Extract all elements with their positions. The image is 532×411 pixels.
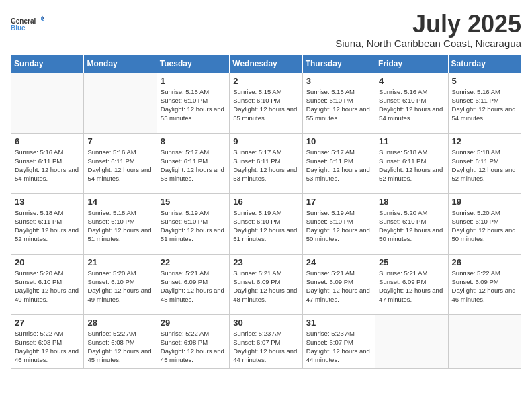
col-header-saturday: Saturday — [448, 54, 521, 73]
day-info: Sunrise: 5:20 AM Sunset: 6:10 PM Dayligh… — [452, 208, 517, 244]
logo-svg: General Blue — [11, 11, 44, 38]
day-info: Sunrise: 5:16 AM Sunset: 6:11 PM Dayligh… — [87, 148, 152, 183]
col-header-tuesday: Tuesday — [157, 54, 229, 73]
col-header-monday: Monday — [84, 54, 157, 73]
day-cell: 5Sunrise: 5:16 AM Sunset: 6:11 PM Daylig… — [448, 73, 521, 133]
day-info: Sunrise: 5:17 AM Sunset: 6:11 PM Dayligh… — [233, 148, 298, 183]
day-number: 1 — [161, 76, 226, 86]
day-info: Sunrise: 5:19 AM Sunset: 6:10 PM Dayligh… — [233, 208, 298, 244]
day-cell: 29Sunrise: 5:22 AM Sunset: 6:08 PM Dayli… — [157, 314, 229, 368]
week-row-4: 20Sunrise: 5:20 AM Sunset: 6:10 PM Dayli… — [11, 254, 521, 314]
day-number: 14 — [87, 197, 152, 207]
day-cell: 17Sunrise: 5:19 AM Sunset: 6:10 PM Dayli… — [302, 193, 375, 254]
day-number: 17 — [306, 197, 371, 207]
day-number: 3 — [306, 76, 371, 86]
day-cell: 2Sunrise: 5:15 AM Sunset: 6:10 PM Daylig… — [230, 73, 302, 133]
day-number: 16 — [233, 197, 298, 207]
calendar-table: SundayMondayTuesdayWednesdayThursdayFrid… — [11, 54, 521, 369]
day-number: 24 — [306, 257, 371, 267]
day-info: Sunrise: 5:21 AM Sunset: 6:09 PM Dayligh… — [161, 269, 226, 304]
day-cell: 25Sunrise: 5:21 AM Sunset: 6:09 PM Dayli… — [375, 254, 448, 314]
day-cell: 1Sunrise: 5:15 AM Sunset: 6:10 PM Daylig… — [157, 73, 229, 133]
day-cell: 16Sunrise: 5:19 AM Sunset: 6:10 PM Dayli… — [230, 193, 302, 254]
header-row: SundayMondayTuesdayWednesdayThursdayFrid… — [11, 54, 521, 73]
day-number: 21 — [87, 257, 152, 267]
day-info: Sunrise: 5:21 AM Sunset: 6:09 PM Dayligh… — [379, 269, 444, 304]
day-cell: 9Sunrise: 5:17 AM Sunset: 6:11 PM Daylig… — [230, 133, 302, 193]
day-info: Sunrise: 5:17 AM Sunset: 6:11 PM Dayligh… — [161, 148, 226, 183]
title-block: July 2025 Siuna, North Caribbean Coast, … — [335, 11, 521, 49]
week-row-1: 1Sunrise: 5:15 AM Sunset: 6:10 PM Daylig… — [11, 73, 521, 133]
day-info: Sunrise: 5:15 AM Sunset: 6:10 PM Dayligh… — [306, 87, 371, 123]
day-number: 23 — [233, 257, 298, 267]
day-cell: 8Sunrise: 5:17 AM Sunset: 6:11 PM Daylig… — [157, 133, 229, 193]
day-cell: 7Sunrise: 5:16 AM Sunset: 6:11 PM Daylig… — [84, 133, 157, 193]
day-cell: 28Sunrise: 5:22 AM Sunset: 6:08 PM Dayli… — [84, 314, 157, 368]
day-cell: 31Sunrise: 5:23 AM Sunset: 6:07 PM Dayli… — [302, 314, 375, 368]
day-info: Sunrise: 5:20 AM Sunset: 6:10 PM Dayligh… — [379, 208, 444, 244]
day-cell: 18Sunrise: 5:20 AM Sunset: 6:10 PM Dayli… — [375, 193, 448, 254]
day-cell: 20Sunrise: 5:20 AM Sunset: 6:10 PM Dayli… — [11, 254, 84, 314]
day-number: 31 — [306, 318, 371, 328]
day-number: 10 — [306, 136, 371, 146]
day-cell: 14Sunrise: 5:18 AM Sunset: 6:10 PM Dayli… — [84, 193, 157, 254]
day-info: Sunrise: 5:19 AM Sunset: 6:10 PM Dayligh… — [306, 208, 371, 244]
day-number: 8 — [161, 136, 226, 146]
day-number: 12 — [452, 136, 517, 146]
day-info: Sunrise: 5:17 AM Sunset: 6:11 PM Dayligh… — [306, 148, 371, 183]
svg-text:General: General — [11, 17, 36, 25]
day-number: 20 — [15, 257, 80, 267]
day-cell: 21Sunrise: 5:20 AM Sunset: 6:10 PM Dayli… — [84, 254, 157, 314]
day-cell: 11Sunrise: 5:18 AM Sunset: 6:11 PM Dayli… — [375, 133, 448, 193]
day-info: Sunrise: 5:15 AM Sunset: 6:10 PM Dayligh… — [233, 87, 298, 123]
day-number: 15 — [161, 197, 226, 207]
day-number: 30 — [233, 318, 298, 328]
day-number: 27 — [15, 318, 80, 328]
day-cell: 3Sunrise: 5:15 AM Sunset: 6:10 PM Daylig… — [302, 73, 375, 133]
month-title: July 2025 — [335, 11, 521, 38]
day-number: 6 — [15, 136, 80, 146]
day-number: 18 — [379, 197, 444, 207]
page-header: General Blue July 2025 Siuna, North Cari… — [11, 11, 521, 49]
day-number: 25 — [379, 257, 444, 267]
day-cell: 4Sunrise: 5:16 AM Sunset: 6:10 PM Daylig… — [375, 73, 448, 133]
day-number: 4 — [379, 76, 444, 86]
day-info: Sunrise: 5:21 AM Sunset: 6:09 PM Dayligh… — [306, 269, 371, 304]
day-cell: 15Sunrise: 5:19 AM Sunset: 6:10 PM Dayli… — [157, 193, 229, 254]
day-cell — [84, 73, 157, 133]
day-info: Sunrise: 5:22 AM Sunset: 6:08 PM Dayligh… — [161, 329, 226, 365]
week-row-5: 27Sunrise: 5:22 AM Sunset: 6:08 PM Dayli… — [11, 314, 521, 368]
day-info: Sunrise: 5:21 AM Sunset: 6:09 PM Dayligh… — [233, 269, 298, 304]
day-info: Sunrise: 5:15 AM Sunset: 6:10 PM Dayligh… — [161, 87, 226, 123]
day-info: Sunrise: 5:16 AM Sunset: 6:10 PM Dayligh… — [379, 87, 444, 123]
day-cell: 13Sunrise: 5:18 AM Sunset: 6:11 PM Dayli… — [11, 193, 84, 254]
day-info: Sunrise: 5:20 AM Sunset: 6:10 PM Dayligh… — [87, 269, 152, 304]
day-number: 29 — [161, 318, 226, 328]
day-number: 22 — [161, 257, 226, 267]
day-cell — [11, 73, 84, 133]
col-header-friday: Friday — [375, 54, 448, 73]
day-number: 19 — [452, 197, 517, 207]
day-info: Sunrise: 5:23 AM Sunset: 6:07 PM Dayligh… — [233, 329, 298, 365]
day-info: Sunrise: 5:18 AM Sunset: 6:11 PM Dayligh… — [379, 148, 444, 183]
day-cell — [375, 314, 448, 368]
day-info: Sunrise: 5:18 AM Sunset: 6:11 PM Dayligh… — [15, 208, 80, 244]
day-number: 11 — [379, 136, 444, 146]
col-header-thursday: Thursday — [302, 54, 375, 73]
day-cell: 22Sunrise: 5:21 AM Sunset: 6:09 PM Dayli… — [157, 254, 229, 314]
day-cell: 27Sunrise: 5:22 AM Sunset: 6:08 PM Dayli… — [11, 314, 84, 368]
day-info: Sunrise: 5:19 AM Sunset: 6:10 PM Dayligh… — [161, 208, 226, 244]
day-info: Sunrise: 5:20 AM Sunset: 6:10 PM Dayligh… — [15, 269, 80, 304]
day-number: 26 — [452, 257, 517, 267]
day-cell: 10Sunrise: 5:17 AM Sunset: 6:11 PM Dayli… — [302, 133, 375, 193]
day-cell: 30Sunrise: 5:23 AM Sunset: 6:07 PM Dayli… — [230, 314, 302, 368]
day-number: 28 — [87, 318, 152, 328]
day-cell: 26Sunrise: 5:22 AM Sunset: 6:09 PM Dayli… — [448, 254, 521, 314]
col-header-wednesday: Wednesday — [230, 54, 302, 73]
location-title: Siuna, North Caribbean Coast, Nicaragua — [335, 38, 521, 49]
day-number: 9 — [233, 136, 298, 146]
day-info: Sunrise: 5:16 AM Sunset: 6:11 PM Dayligh… — [452, 87, 517, 123]
day-info: Sunrise: 5:22 AM Sunset: 6:09 PM Dayligh… — [452, 269, 517, 304]
day-info: Sunrise: 5:16 AM Sunset: 6:11 PM Dayligh… — [15, 148, 80, 183]
day-number: 5 — [452, 76, 517, 86]
